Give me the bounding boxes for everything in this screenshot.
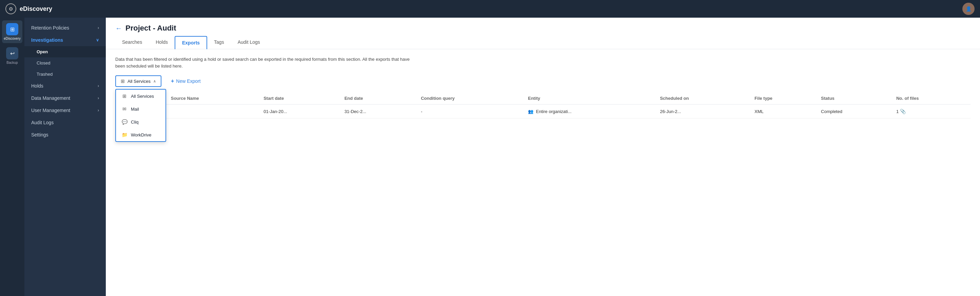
col-file-type: File type [751,92,817,104]
nav-sub-item-open[interactable]: Open [24,46,106,58]
sidebar-item-ediscovery[interactable]: ⊞ eDiscovery [2,20,22,43]
tabs-row: Searches Holds Exports Tags Audit Logs [115,36,970,49]
cell-start-date: 01-Jan-20... [259,104,340,118]
dropdown-item-workdrive[interactable]: 📁 WorkDrive [116,128,165,141]
ediscovery-icon: ⊞ [6,23,18,35]
nav-sub-item-trashed[interactable]: Trashed [24,69,106,80]
dropdown-item-label: All Services [131,94,154,99]
user-avatar[interactable]: 👤 [963,3,975,15]
toolbar-row: ⊞ All Services ∧ ⊞ All Services ✉ Mail [115,75,970,87]
drive-icon: 📁 [121,132,127,138]
brand-label: eDiscovery [20,5,52,13]
nav-item-investigations[interactable]: Investigations ∨ [24,34,106,46]
entity-icon: 👥 [528,109,533,114]
chevron-right-icon-3: › [98,96,99,101]
brand-icon: ⊙ [5,3,16,14]
nav-item-holds[interactable]: Holds › [24,80,106,92]
ediscovery-label: eDiscovery [4,37,20,40]
sidebar-item-backup[interactable]: ↩ Backup [2,45,22,67]
col-source-name: Source Name [167,92,259,104]
main-layout: ⊞ eDiscovery ↩ Backup Retention Policies… [0,18,980,296]
cell-end-date: 31-Dec-2... [340,104,417,118]
chat-icon: 💬 [121,119,127,125]
backup-icon: ↩ [6,47,18,59]
brand: ⊙ eDiscovery [5,3,52,14]
col-condition-query: Condition query [417,92,524,104]
exports-table: Name Source Name Start date End date Con… [115,92,970,118]
col-end-date: End date [340,92,417,104]
chevron-up-icon: ∧ [153,79,156,83]
icon-sidebar: ⊞ eDiscovery ↩ Backup [0,18,24,296]
cell-file-type: XML [751,104,817,118]
tab-holds[interactable]: Holds [149,36,175,49]
chevron-down-icon: ∨ [96,38,99,42]
back-button[interactable]: ← [115,25,122,32]
new-export-button[interactable]: + New Export [165,76,206,86]
dropdown-label: All Services [127,79,151,84]
tab-exports[interactable]: Exports [175,36,207,49]
nav-sidebar: Retention Policies › Investigations ∨ Op… [24,18,106,296]
col-entity: Entity [524,92,656,104]
cell-entity: 👥 Entire organizati... [524,104,656,118]
all-services-icon: ⊞ [121,93,127,99]
col-scheduled-on: Scheduled on [656,92,751,104]
tab-audit-logs[interactable]: Audit Logs [231,36,267,49]
cell-status: Completed [817,104,892,118]
new-export-label: New Export [176,78,200,84]
attachment-icon[interactable]: 📎 [900,109,906,114]
content-body: Data that has been filtered or identifie… [106,49,980,296]
nav-item-retention-policies[interactable]: Retention Policies › [24,22,106,34]
cell-condition-query: - [417,104,524,118]
dropdown-item-mail[interactable]: ✉ Mail [116,102,165,115]
dropdown-menu: ⊞ All Services ✉ Mail 💬 Cliq 📁 WorkDrive [115,89,166,142]
nav-item-settings[interactable]: Settings [24,129,106,141]
chevron-right-icon-2: › [98,83,99,88]
col-no-of-files: No. of files [892,92,970,104]
cell-source-name [167,104,259,118]
tab-tags[interactable]: Tags [207,36,231,49]
plus-icon: + [171,78,174,84]
dropdown-item-cliq[interactable]: 💬 Cliq [116,115,165,128]
grid-icon: ⊞ [121,78,125,84]
chevron-right-icon: › [98,26,99,30]
col-status: Status [817,92,892,104]
col-start-date: Start date [259,92,340,104]
page-title: Project - Audit [126,24,177,33]
table-header-row: Name Source Name Start date End date Con… [115,92,970,104]
nav-item-audit-logs[interactable]: Audit Logs [24,117,106,129]
cell-scheduled-on: 26-Jun-2... [656,104,751,118]
nav-item-data-management[interactable]: Data Management › [24,92,106,104]
breadcrumb-row: ← Project - Audit [115,24,970,33]
chevron-right-icon-4: › [98,108,99,113]
cell-no-of-files: 1 📎 [892,104,970,118]
dropdown-item-label-mail: Mail [131,107,139,112]
description-text: Data that has been filtered or identifie… [115,56,420,69]
content-area: ← Project - Audit Searches Holds Exports… [106,18,980,296]
dropdown-item-label-cliq: Cliq [131,120,138,125]
service-dropdown-button[interactable]: ⊞ All Services ∧ [115,75,161,87]
nav-sub-item-closed[interactable]: Closed [24,58,106,69]
mail-icon: ✉ [121,106,127,112]
dropdown-item-label-workdrive: WorkDrive [131,133,151,138]
topbar: ⊙ eDiscovery 👤 [0,0,980,18]
content-header: ← Project - Audit Searches Holds Exports… [106,18,980,49]
backup-label: Backup [6,61,18,64]
tab-searches[interactable]: Searches [115,36,149,49]
dropdown-item-all-services[interactable]: ⊞ All Services [116,90,165,102]
nav-item-user-management[interactable]: User Management › [24,104,106,117]
table-row: Co 01-Jan-20... 31-Dec-2... - 👥 Entire o… [115,104,970,118]
